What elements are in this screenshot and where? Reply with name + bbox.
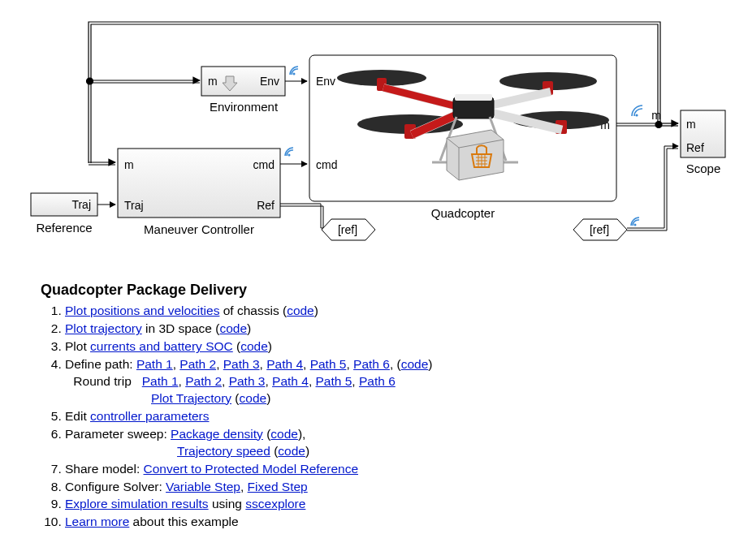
svg-rect-18 bbox=[455, 94, 492, 101]
description-panel: Quadcopter Package Delivery Plot positio… bbox=[41, 280, 707, 532]
item-4: Define path: Path 1, Path 2, Path 3, Pat… bbox=[65, 356, 707, 407]
heading: Quadcopter Package Delivery bbox=[41, 280, 707, 299]
svg-point-22 bbox=[634, 224, 637, 226]
port-m: m bbox=[124, 158, 134, 171]
link-rpath2[interactable]: Path 2 bbox=[185, 374, 222, 388]
link-code-4[interactable]: code bbox=[401, 357, 429, 371]
item-4-plot: Plot Trajectory (code) bbox=[65, 390, 707, 407]
link-code-4b[interactable]: code bbox=[240, 391, 267, 405]
port-cmd: cmd bbox=[253, 158, 275, 171]
signal-m-label: m bbox=[651, 109, 661, 122]
environment-label: Environment bbox=[210, 100, 279, 114]
link-code-6a[interactable]: code bbox=[270, 427, 298, 441]
logging-icon bbox=[631, 218, 639, 226]
signal-ref-to-scope bbox=[627, 146, 678, 230]
link-path5[interactable]: Path 5 bbox=[310, 357, 347, 371]
link-rpath3[interactable]: Path 3 bbox=[229, 374, 266, 388]
goto-ref-in[interactable]: [ref] bbox=[322, 219, 375, 240]
port-m: m bbox=[208, 75, 218, 88]
link-code-3[interactable]: code bbox=[240, 339, 268, 353]
svg-point-0 bbox=[655, 122, 662, 128]
link-currents-soc[interactable]: currents and battery SOC bbox=[90, 339, 233, 353]
simulink-diagram: Traj Reference m Env Environment m Traj … bbox=[0, 0, 748, 276]
link-code-1[interactable]: code bbox=[287, 304, 314, 317]
item-2: Plot trajectory in 3D space (code) bbox=[65, 321, 707, 338]
svg-text:[ref]: [ref] bbox=[338, 223, 357, 236]
environment-block[interactable]: m Env bbox=[201, 67, 285, 96]
link-package-density[interactable]: Package density bbox=[171, 427, 263, 441]
scope-block[interactable]: m Ref bbox=[681, 110, 725, 157]
link-plot-trajectory[interactable]: Plot Trajectory bbox=[151, 391, 231, 405]
link-sscexplore[interactable]: sscexplore bbox=[245, 497, 305, 510]
signal-ref-out bbox=[280, 204, 330, 230]
reference-block[interactable]: Traj bbox=[31, 193, 97, 216]
item-10: Learn more about this example bbox=[65, 514, 707, 531]
link-variable-step[interactable]: Variable Step bbox=[166, 480, 240, 493]
link-path1[interactable]: Path 1 bbox=[136, 357, 173, 371]
svg-text:[ref]: [ref] bbox=[590, 223, 609, 236]
port-ref: Ref bbox=[257, 199, 275, 212]
link-protected-ref[interactable]: Convert to Protected Model Reference bbox=[144, 462, 359, 476]
link-controller-params[interactable]: controller parameters bbox=[90, 409, 209, 423]
link-path3[interactable]: Path 3 bbox=[223, 357, 260, 371]
link-plot-pos-vel[interactable]: Plot positions and velocities bbox=[65, 304, 219, 317]
port-m: m bbox=[686, 118, 696, 131]
port-traj: Traj bbox=[124, 199, 144, 212]
svg-point-19 bbox=[635, 114, 638, 116]
port-ref: Ref bbox=[686, 141, 704, 154]
item-7: Share model: Convert to Protected Model … bbox=[65, 461, 707, 478]
item-8: Configure Solver: Variable Step, Fixed S… bbox=[65, 479, 707, 496]
port-cmd: cmd bbox=[316, 158, 337, 171]
port-env: Env bbox=[260, 75, 279, 88]
link-code-6b[interactable]: code bbox=[278, 444, 305, 458]
link-rpath6[interactable]: Path 6 bbox=[359, 374, 396, 388]
link-traj-speed[interactable]: Trajectory speed bbox=[177, 444, 270, 458]
link-path6[interactable]: Path 6 bbox=[353, 357, 390, 371]
quadcopter-label: Quadcopter bbox=[431, 206, 495, 220]
item-9: Explore simulation results using sscexpl… bbox=[65, 496, 707, 513]
logging-icon bbox=[290, 67, 298, 75]
link-explore-results[interactable]: Explore simulation results bbox=[65, 497, 209, 510]
link-learn-more[interactable]: Learn more bbox=[65, 515, 129, 528]
item-5: Edit controller parameters bbox=[65, 408, 707, 425]
svg-point-4 bbox=[293, 73, 296, 75]
item-1: Plot positions and velocities of chassis… bbox=[65, 303, 707, 320]
item-4-roundtrip: Round trip Path 1, Path 2, Path 3, Path … bbox=[65, 373, 707, 390]
svg-point-6 bbox=[288, 154, 291, 157]
scope-label: Scope bbox=[686, 162, 721, 175]
link-plot-traj[interactable]: Plot trajectory bbox=[65, 321, 142, 335]
maneuver-label: Maneuver Controller bbox=[144, 222, 254, 236]
link-fixed-step[interactable]: Fixed Step bbox=[248, 480, 308, 493]
link-rpath4[interactable]: Path 4 bbox=[272, 374, 309, 388]
reference-label: Reference bbox=[36, 221, 92, 235]
link-rpath1[interactable]: Path 1 bbox=[142, 374, 179, 388]
quadcopter-block[interactable]: Env cmd m bbox=[309, 55, 616, 201]
item-3: Plot currents and battery SOC (code) bbox=[65, 338, 707, 355]
svg-point-1 bbox=[87, 78, 93, 84]
item-6: Parameter sweep: Package density (code),… bbox=[65, 426, 707, 460]
logging-icon bbox=[632, 106, 642, 117]
link-path4[interactable]: Path 4 bbox=[266, 357, 303, 371]
item-6-line2: Trajectory speed (code) bbox=[65, 443, 707, 460]
link-code-2[interactable]: code bbox=[219, 321, 247, 335]
from-ref-out[interactable]: [ref] bbox=[573, 219, 627, 240]
port-env: Env bbox=[316, 75, 335, 88]
link-rpath5[interactable]: Path 5 bbox=[316, 374, 352, 388]
logging-icon bbox=[285, 148, 293, 157]
link-path2[interactable]: Path 2 bbox=[179, 357, 216, 371]
port-traj: Traj bbox=[71, 198, 91, 211]
maneuver-controller-block[interactable]: m Traj cmd Ref bbox=[118, 149, 280, 218]
